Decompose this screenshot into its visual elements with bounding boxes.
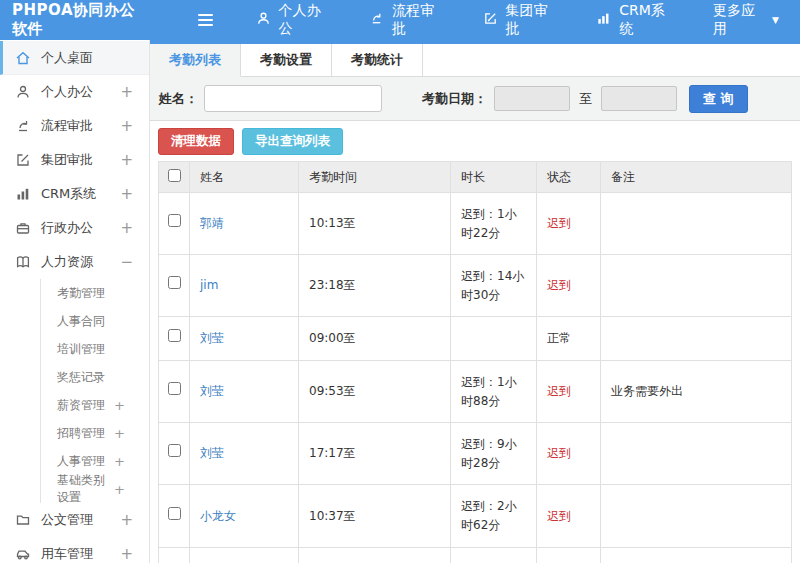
sidebar-subitem-personnel-management[interactable]: 人事管理 + bbox=[41, 447, 149, 475]
date-from-input[interactable] bbox=[494, 86, 570, 111]
clear-data-button[interactable]: 清理数据 bbox=[158, 128, 234, 155]
hamburger-icon bbox=[198, 14, 213, 16]
attendance-table-container: 姓名 考勤时间 时长 状态 备注 郭靖 10:13至 迟到：1小时22分 迟到 … bbox=[150, 161, 800, 563]
tab-bar: 考勤列表 考勤设置 考勤统计 bbox=[150, 44, 800, 77]
employee-name-link[interactable]: 刘莹 bbox=[200, 446, 224, 460]
sidebar-subitem-training-management[interactable]: 培训管理 bbox=[41, 335, 149, 363]
note: 业务需要外出 bbox=[601, 360, 792, 422]
top-navigation: 个人办公 流程审批 集团审批 CRM系统 更多应用 ▼ bbox=[235, 0, 800, 40]
column-header-duration: 时长 bbox=[451, 162, 537, 193]
expand-plus-icon: + bbox=[114, 399, 125, 412]
column-header-status: 状态 bbox=[537, 162, 601, 193]
status: 正常 bbox=[537, 317, 601, 361]
expand-plus-icon: + bbox=[114, 483, 125, 496]
employee-name-link[interactable]: jim bbox=[200, 278, 218, 292]
attendance-time: 10:37至 bbox=[299, 485, 451, 547]
sidebar-subitem-reward-punishment[interactable]: 奖惩记录 bbox=[41, 363, 149, 391]
user-icon bbox=[256, 11, 271, 29]
topnav-personal-office[interactable]: 个人办公 bbox=[235, 0, 349, 40]
employee-name-link[interactable]: 刘莹 bbox=[200, 331, 224, 345]
attendance-table-body: 郭靖 10:13至 迟到：1小时22分 迟到 jim 23:18至 迟到：14小… bbox=[159, 193, 792, 563]
expand-plus-icon: + bbox=[120, 119, 133, 134]
sidebar-item-workflow-approval[interactable]: 流程审批 + bbox=[0, 109, 149, 143]
topnav-group-approval[interactable]: 集团审批 bbox=[462, 0, 576, 40]
sidebar-item-admin-office[interactable]: 行政办公 + bbox=[0, 211, 149, 245]
sidebar-item-document-management[interactable]: 公文管理 + bbox=[0, 503, 149, 537]
topnav-more-apps[interactable]: 更多应用 ▼ bbox=[692, 0, 800, 40]
employee-name-link[interactable]: 刘莹 bbox=[200, 384, 224, 398]
sidebar-item-group-approval[interactable]: 集团审批 + bbox=[0, 143, 149, 177]
toolbar: 清理数据 导出查询列表 bbox=[150, 121, 800, 161]
collapse-minus-icon: − bbox=[120, 255, 133, 270]
row-checkbox[interactable] bbox=[168, 507, 181, 520]
sidebar-item-personal-desktop[interactable]: 个人桌面 bbox=[0, 41, 149, 75]
sidebar-item-personal-office[interactable]: 个人办公 + bbox=[0, 75, 149, 109]
row-checkbox[interactable] bbox=[168, 329, 181, 342]
tab-attendance-statistics[interactable]: 考勤统计 bbox=[332, 44, 423, 76]
sidebar-item-crm-system[interactable]: CRM系统 + bbox=[0, 177, 149, 211]
table-header-row: 姓名 考勤时间 时长 状态 备注 bbox=[159, 162, 792, 193]
date-to-label: 至 bbox=[579, 90, 592, 108]
date-filter-label: 考勤日期： bbox=[422, 90, 487, 108]
home-icon bbox=[15, 49, 32, 66]
sidebar-item-vehicle-management[interactable]: 用车管理 + bbox=[0, 537, 149, 563]
row-checkbox[interactable] bbox=[168, 276, 181, 289]
main-layout: 个人桌面 个人办公 + 流程审批 + 集团审批 + CRM系统 + bbox=[0, 40, 800, 563]
duration: 迟到：14小时30分 bbox=[451, 255, 537, 317]
flow-icon bbox=[15, 118, 32, 135]
status: 迟到/早退 bbox=[537, 547, 601, 563]
status: 迟到 bbox=[537, 485, 601, 547]
attendance-time: 10:13至 bbox=[299, 193, 451, 255]
app-title: PHPOA协同办公软件 bbox=[0, 1, 142, 39]
chart-icon bbox=[596, 11, 611, 29]
export-list-button[interactable]: 导出查询列表 bbox=[242, 128, 343, 155]
row-checkbox[interactable] bbox=[168, 214, 181, 227]
table-row: jim 23:18至 迟到：14小时30分 迟到 bbox=[159, 255, 792, 317]
attendance-time: 17:17至 bbox=[299, 423, 451, 485]
employee-name-link[interactable]: 郭靖 bbox=[200, 216, 224, 230]
search-button[interactable]: 查 询 bbox=[689, 85, 748, 113]
folder-icon bbox=[15, 512, 32, 529]
briefcase-icon bbox=[15, 220, 32, 237]
topnav-workflow-approval[interactable]: 流程审批 bbox=[348, 0, 462, 40]
note: 1111 bbox=[601, 547, 792, 563]
column-header-note: 备注 bbox=[601, 162, 792, 193]
table-row: 刘莹 17:17至 迟到：9小时28分 迟到 bbox=[159, 423, 792, 485]
sidebar-subitem-personnel-contract[interactable]: 人事合同 bbox=[41, 307, 149, 335]
select-all-checkbox[interactable] bbox=[168, 169, 181, 182]
row-checkbox[interactable] bbox=[168, 382, 181, 395]
expand-plus-icon: + bbox=[120, 221, 133, 236]
note bbox=[601, 317, 792, 361]
caret-down-icon: ▼ bbox=[772, 15, 779, 25]
book-icon bbox=[15, 254, 32, 271]
sidebar-subitem-recruitment-management[interactable]: 招聘管理 + bbox=[41, 419, 149, 447]
duration: 迟到：9小时28分 bbox=[451, 423, 537, 485]
content-area: 考勤列表 考勤设置 考勤统计 姓名： 考勤日期： 至 查 询 清理数据 导出查询… bbox=[150, 40, 800, 563]
table-row: 小龙女 10:37至 迟到：2小时62分 迟到 bbox=[159, 485, 792, 547]
menu-toggle-button[interactable] bbox=[194, 7, 217, 33]
duration: 迟到：2小时90分 早退：7小时10分 bbox=[451, 547, 537, 563]
expand-plus-icon: + bbox=[120, 153, 133, 168]
status: 迟到 bbox=[537, 360, 601, 422]
row-checkbox[interactable] bbox=[168, 444, 181, 457]
sidebar-subitem-salary-management[interactable]: 薪资管理 + bbox=[41, 391, 149, 419]
expand-plus-icon: + bbox=[120, 85, 133, 100]
user-icon bbox=[15, 84, 32, 101]
column-header-name: 姓名 bbox=[190, 162, 299, 193]
column-header-time: 考勤时间 bbox=[299, 162, 451, 193]
employee-name-link[interactable]: 小龙女 bbox=[200, 509, 236, 523]
name-filter-input[interactable] bbox=[204, 85, 382, 112]
filter-bar: 姓名： 考勤日期： 至 查 询 bbox=[150, 77, 800, 121]
date-to-input[interactable] bbox=[601, 86, 677, 111]
sidebar-subitem-basic-category-settings[interactable]: 基础类别设置 + bbox=[41, 475, 149, 503]
sidebar-item-human-resources[interactable]: 人力资源 − bbox=[0, 245, 149, 279]
car-icon bbox=[15, 546, 32, 563]
tab-attendance-list[interactable]: 考勤列表 bbox=[150, 44, 241, 77]
tab-attendance-settings[interactable]: 考勤设置 bbox=[241, 44, 332, 76]
attendance-time: 23:18至 bbox=[299, 255, 451, 317]
table-row: 刘莹 09:53至 迟到：1小时88分 迟到 业务需要外出 bbox=[159, 360, 792, 422]
topnav-crm-system[interactable]: CRM系统 bbox=[575, 0, 692, 40]
sidebar-subitem-attendance-management[interactable]: 考勤管理 bbox=[41, 279, 149, 307]
expand-plus-icon: + bbox=[114, 427, 125, 440]
chart-icon bbox=[15, 186, 32, 203]
